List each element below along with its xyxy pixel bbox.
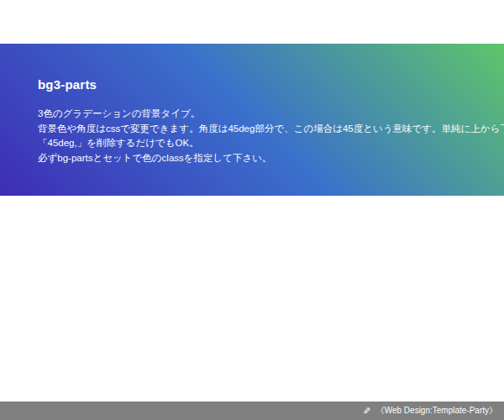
gradient-banner: bg3-parts 3色のグラデーションの背景タイプ。 背景色や角度はcssで変… [0, 44, 504, 196]
description-line: 3色のグラデーションの背景タイプ。 [38, 107, 466, 122]
pencil-icon: ✎ [363, 407, 370, 416]
footer-bar: ✎ 《Web Design:Template-Party》 [0, 402, 504, 420]
banner-title: bg3-parts [38, 77, 466, 92]
template-credit-link[interactable]: ✎ 《Web Design:Template-Party》 [363, 407, 497, 416]
banner-description: 3色のグラデーションの背景タイプ。 背景色や角度はcssで変更できます。角度は4… [38, 107, 466, 165]
description-line: 必ずbg-partsとセットで色のclassを指定して下さい。 [38, 151, 466, 166]
content-area [0, 196, 504, 402]
description-line: 背景色や角度はcssで変更できます。角度は45deg部分で、この場合は45度とい… [38, 122, 466, 137]
page: bg3-parts 3色のグラデーションの背景タイプ。 背景色や角度はcssで変… [0, 0, 504, 420]
template-credit-label: 《Web Design:Template-Party》 [376, 407, 497, 415]
description-line: 「45deg,」を削除するだけでもOK。 [38, 136, 466, 151]
